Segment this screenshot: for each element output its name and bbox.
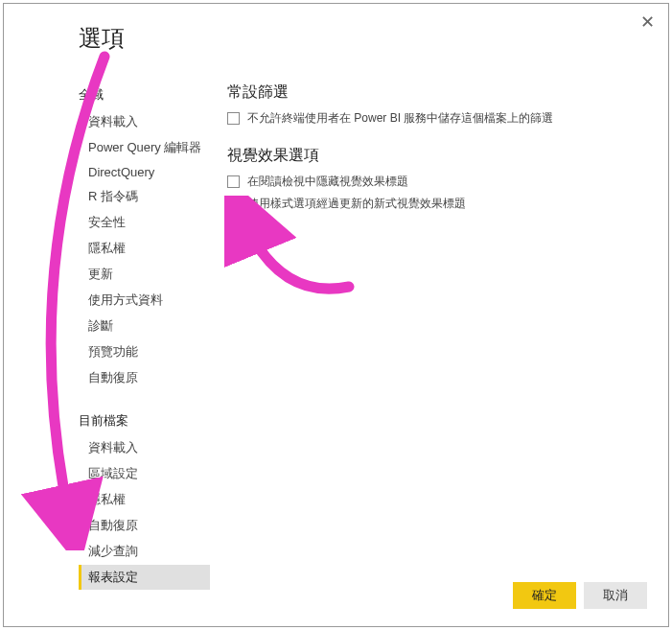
checkbox-modern-visual-header[interactable]	[227, 198, 240, 210]
sidebar-item-data-load[interactable]: 資料載入	[79, 109, 210, 134]
sidebar-item-auto-recovery[interactable]: 自動復原	[79, 365, 210, 390]
checkbox-label-disallow-save-filter: 不允許終端使用者在 Power BI 服務中儲存這個檔案上的篩選	[247, 110, 553, 127]
sidebar-item-power-query[interactable]: Power Query 編輯器	[79, 135, 210, 160]
content-area: 全域 資料載入 Power Query 編輯器 DirectQuery R 指令…	[4, 54, 668, 591]
close-button[interactable]: ✕	[640, 13, 655, 31]
section-current-file-label: 目前檔案	[79, 412, 210, 430]
sidebar-item-file-data-load[interactable]: 資料載入	[79, 435, 210, 460]
sidebar-item-update[interactable]: 更新	[79, 262, 210, 287]
sidebar-item-preview[interactable]: 預覽功能	[79, 339, 210, 364]
sidebar-item-privacy[interactable]: 隱私權	[79, 236, 210, 261]
checkbox-row-disallow-save-filter: 不允許終端使用者在 Power BI 服務中儲存這個檔案上的篩選	[227, 110, 639, 127]
checkbox-disallow-save-filter[interactable]	[227, 112, 240, 125]
checkbox-hide-visual-header[interactable]	[227, 175, 240, 188]
dialog-title: 選項	[4, 4, 668, 54]
visual-options-title: 視覺效果選項	[227, 146, 639, 166]
ok-button[interactable]: 確定	[513, 582, 576, 609]
sidebar-item-reduce-query[interactable]: 減少查詢	[79, 539, 210, 564]
checkbox-row-hide-visual-header: 在閱讀檢視中隱藏視覺效果標題	[227, 174, 639, 190]
options-dialog: ✕ 選項 全域 資料載入 Power Query 編輯器 DirectQuery…	[3, 3, 669, 627]
checkbox-label-hide-visual-header: 在閱讀檢視中隱藏視覺效果標題	[247, 174, 408, 190]
sidebar-item-report-settings[interactable]: 報表設定	[79, 565, 210, 590]
sidebar-item-r-script[interactable]: R 指令碼	[79, 184, 210, 209]
sidebar: 全域 資料載入 Power Query 編輯器 DirectQuery R 指令…	[4, 82, 210, 591]
sidebar-item-diagnostics[interactable]: 診斷	[79, 314, 210, 338]
main-panel: 常設篩選 不允許終端使用者在 Power BI 服務中儲存這個檔案上的篩選 視覺…	[210, 82, 668, 591]
dialog-footer: 確定 取消	[513, 582, 647, 609]
sidebar-item-regional[interactable]: 區域設定	[79, 461, 210, 486]
sidebar-item-security[interactable]: 安全性	[79, 210, 210, 235]
section-global-label: 全域	[79, 86, 210, 104]
sidebar-item-file-privacy[interactable]: 隱私權	[79, 487, 210, 512]
sidebar-item-directquery[interactable]: DirectQuery	[79, 161, 210, 183]
checkbox-label-modern-visual-header: 使用樣式選項經過更新的新式視覺效果標題	[247, 196, 466, 212]
sidebar-item-usage-data[interactable]: 使用方式資料	[79, 288, 210, 313]
checkbox-row-modern-visual-header: 使用樣式選項經過更新的新式視覺效果標題	[227, 196, 639, 212]
persistent-filter-title: 常設篩選	[227, 82, 639, 103]
cancel-button[interactable]: 取消	[584, 582, 647, 609]
sidebar-item-file-auto-recovery[interactable]: 自動復原	[79, 513, 210, 538]
